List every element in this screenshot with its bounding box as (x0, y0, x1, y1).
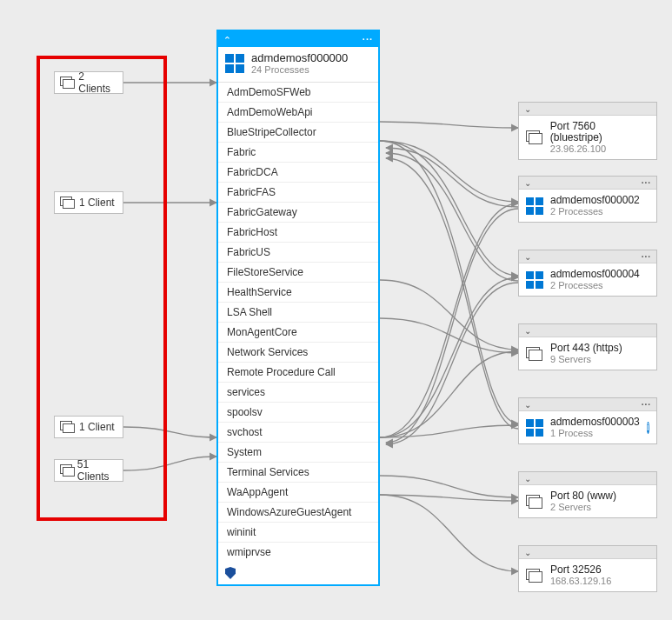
card-body: admdemosf0000042 Processes (519, 263, 656, 296)
card-body: Port 80 (www)2 Servers (519, 485, 656, 517)
process-row[interactable]: MonAgentCore (218, 323, 378, 343)
machine-card[interactable]: ⌄···admdemosf0000042 Processes (518, 250, 657, 297)
client-box-1[interactable]: 1 Client (54, 191, 123, 214)
servers-icon (526, 569, 543, 583)
process-row[interactable]: FileStoreService (218, 263, 378, 283)
process-row[interactable]: Network Services (218, 343, 378, 363)
card-subtitle: 2 Processes (550, 280, 640, 290)
machine-card[interactable]: ⌄···admdemosf0000022 Processes (518, 176, 657, 223)
card-header[interactable]: ⌄··· (519, 250, 656, 263)
process-row[interactable]: System (218, 443, 378, 463)
clients-icon (60, 464, 72, 477)
process-list: AdmDemoSFWebAdmDemoWebApiBlueStripeColle… (218, 82, 378, 562)
port-card[interactable]: ⌄Port 32526168.63.129.16 (518, 545, 657, 592)
card-body: Port 32526168.63.129.16 (519, 559, 656, 591)
card-header[interactable]: ⌄ (519, 546, 656, 559)
port-card[interactable]: ⌄Port 7560 (bluestripe)23.96.26.100 (518, 102, 657, 160)
client-count-label: 1 Client (79, 421, 115, 433)
process-row[interactable]: spoolsv (218, 403, 378, 423)
focus-machine-card[interactable]: ⌄ ··· admdemosf000000 24 Processes AdmDe… (216, 30, 380, 586)
focus-card-header[interactable]: ⌄ ··· (218, 31, 378, 47)
more-icon[interactable]: ··· (363, 34, 373, 44)
process-row[interactable]: wmiprvse (218, 543, 378, 562)
process-row[interactable]: Terminal Services (218, 463, 378, 483)
info-icon[interactable]: i (647, 422, 649, 434)
card-subtitle: 23.96.26.100 (550, 143, 649, 154)
process-row[interactable]: Remote Procedure Call (218, 363, 378, 383)
card-header[interactable]: ⌄ (519, 324, 656, 337)
process-row[interactable]: AdmDemoSFWeb (218, 83, 378, 103)
client-count-label: 2 Clients (78, 70, 117, 95)
process-row[interactable]: services (218, 383, 378, 403)
port-card[interactable]: ⌄Port 80 (www)2 Servers (518, 471, 657, 518)
client-count-label: 51 Clients (77, 458, 117, 483)
clients-icon (60, 77, 73, 89)
focus-card-footer (218, 562, 378, 584)
client-box-2[interactable]: 1 Client (54, 416, 123, 438)
process-row[interactable]: FabricUS (218, 243, 378, 263)
focus-machine-sub: 24 Processes (251, 64, 348, 75)
client-count-label: 1 Client (79, 197, 115, 209)
process-row[interactable]: FabricDCA (218, 163, 378, 183)
chevron-down-icon[interactable]: ⌄ (524, 548, 531, 557)
more-icon[interactable]: ··· (642, 400, 651, 410)
chevron-down-icon[interactable]: ⌄ (524, 178, 531, 188)
process-row[interactable]: AdmDemoWebApi (218, 103, 378, 123)
windows-icon (526, 197, 543, 215)
process-row[interactable]: LSA Shell (218, 303, 378, 323)
process-row[interactable]: WindowsAzureGuestAgent (218, 503, 378, 523)
windows-icon (526, 271, 543, 289)
card-subtitle: 2 Processes (550, 206, 640, 217)
card-subtitle: 2 Servers (550, 502, 616, 512)
chevron-down-icon[interactable]: ⌄ (524, 400, 531, 410)
machine-card[interactable]: ⌄···admdemosf0000031 Processi (518, 397, 657, 444)
process-row[interactable]: WaAppAgent (218, 483, 378, 503)
servers-icon (526, 347, 543, 361)
card-title: Port 7560 (bluestripe) (550, 121, 649, 143)
process-row[interactable]: Fabric (218, 143, 378, 163)
card-subtitle: 9 Servers (550, 354, 622, 364)
card-title: Port 32526 (550, 564, 611, 576)
client-box-0[interactable]: 2 Clients (54, 71, 123, 94)
card-subtitle: 168.63.129.16 (550, 576, 611, 586)
chevron-down-icon[interactable]: ⌄ (524, 252, 531, 262)
clients-icon (60, 421, 74, 433)
clients-icon (60, 197, 74, 209)
chevron-down-icon[interactable]: ⌄ (524, 474, 531, 483)
card-title: Port 443 (https) (550, 343, 622, 354)
more-icon[interactable]: ··· (642, 252, 651, 262)
client-box-3[interactable]: 51 Clients (54, 459, 123, 482)
card-header[interactable]: ⌄ (519, 472, 656, 485)
card-header[interactable]: ⌄··· (519, 398, 656, 411)
process-row[interactable]: HealthService (218, 283, 378, 303)
card-title: admdemosf000002 (550, 195, 640, 206)
highlight-box (37, 56, 167, 521)
port-card[interactable]: ⌄Port 443 (https)9 Servers (518, 323, 657, 370)
card-body: Port 443 (https)9 Servers (519, 337, 656, 370)
chevron-up-icon[interactable]: ⌄ (223, 34, 231, 45)
process-row[interactable]: svchost (218, 423, 378, 443)
process-row[interactable]: FabricHost (218, 223, 378, 243)
servers-icon (526, 130, 543, 144)
windows-icon (225, 54, 244, 73)
process-row[interactable]: BlueStripeCollector (218, 123, 378, 143)
chevron-down-icon[interactable]: ⌄ (524, 104, 531, 114)
card-title: Port 80 (www) (550, 490, 616, 502)
card-body: Port 7560 (bluestripe)23.96.26.100 (519, 116, 656, 159)
card-subtitle: 1 Process (550, 428, 640, 438)
card-body: admdemosf0000031 Processi (519, 411, 656, 443)
more-icon[interactable]: ··· (642, 178, 651, 188)
focus-card-title-row: admdemosf000000 24 Processes (218, 47, 378, 82)
shield-icon (225, 567, 236, 579)
windows-icon (526, 419, 543, 437)
card-title: admdemosf000004 (550, 269, 640, 280)
servers-icon (526, 495, 543, 509)
process-row[interactable]: wininit (218, 523, 378, 543)
process-row[interactable]: FabricFAS (218, 183, 378, 203)
card-title: admdemosf000003 (550, 417, 640, 428)
process-row[interactable]: FabricGateway (218, 203, 378, 223)
focus-machine-name: admdemosf000000 (251, 52, 348, 64)
card-header[interactable]: ⌄ (519, 103, 656, 116)
card-header[interactable]: ⌄··· (519, 177, 656, 190)
chevron-down-icon[interactable]: ⌄ (524, 326, 531, 336)
